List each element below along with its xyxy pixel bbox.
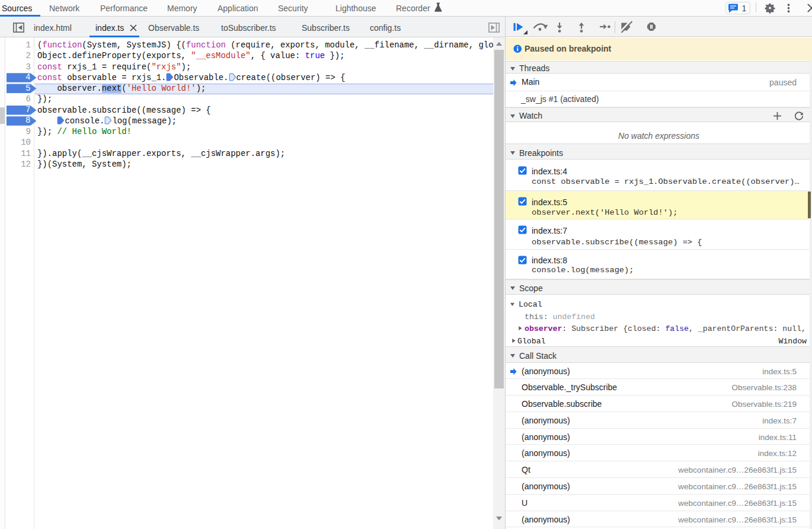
svg-text:1: 1 <box>742 4 747 13</box>
